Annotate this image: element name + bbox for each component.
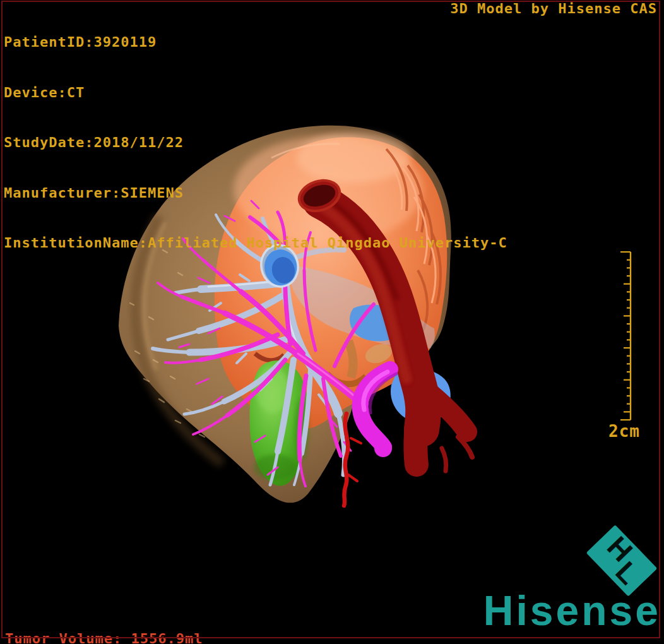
tumor-volume-text: Tumor Volume: 1556.9ml	[5, 630, 203, 644]
patient-metadata: PatientID:3920119 Device:CT StudyDate:20…	[4, 1, 507, 285]
patient-id-line: PatientID:3920119	[4, 34, 507, 51]
app-title: 3D Model by Hisense CAS	[450, 1, 657, 18]
volume-readouts: Tumor Volume: 1556.9ml Liver Volume: 277…	[5, 596, 203, 644]
scale-bar	[615, 251, 633, 422]
device-line: Device:CT	[4, 85, 507, 102]
hisense-wordmark: Hisense	[483, 590, 661, 631]
institution-line: InstitutionName:Affiliated Hospital Qing…	[4, 235, 507, 252]
manufacturer-line: Manufacturer:SIEMENS	[4, 185, 507, 202]
study-date-line: StudyDate:2018/11/22	[4, 134, 507, 152]
scale-label: 2cm	[605, 422, 644, 441]
viewer-window: PatientID:3920119 Device:CT StudyDate:20…	[0, 0, 664, 644]
